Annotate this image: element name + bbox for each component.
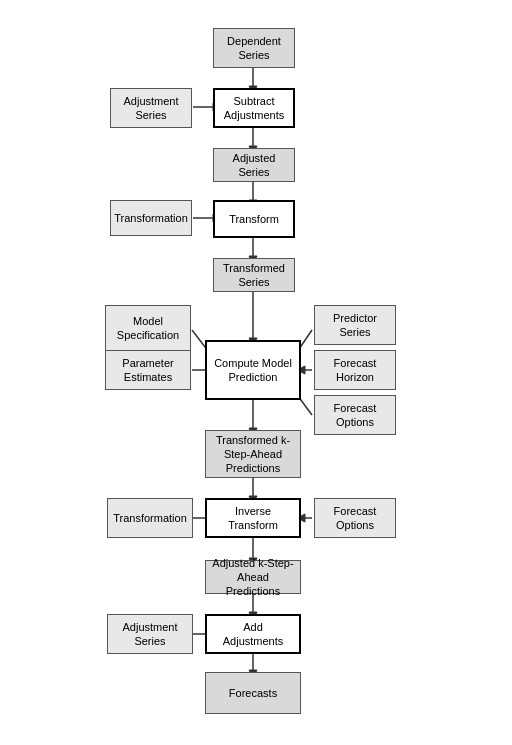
- adjustment-series-top-box: Adjustment Series: [110, 88, 192, 128]
- inverse-transform-box: Inverse Transform: [205, 498, 301, 538]
- adjusted-k-step-box: Adjusted k-Step-Ahead Predictions: [205, 560, 301, 594]
- adjustment-series-bottom-box: Adjustment Series: [107, 614, 193, 654]
- transformation-bottom-box: Transformation: [107, 498, 193, 538]
- subtract-adjustments-box: Subtract Adjustments: [213, 88, 295, 128]
- flowchart-diagram: Dependent Series Adjustment Series Subtr…: [0, 0, 512, 745]
- dependent-series-box: Dependent Series: [213, 28, 295, 68]
- forecasts-box: Forecasts: [205, 672, 301, 714]
- add-adjustments-box: Add Adjustments: [205, 614, 301, 654]
- transformed-k-step-box: Transformed k-Step-Ahead Predictions: [205, 430, 301, 478]
- parameter-estimates-box: Parameter Estimates: [105, 350, 191, 390]
- forecast-options-bottom-box: Forecast Options: [314, 498, 396, 538]
- model-specification-box: Model Specification: [105, 305, 191, 351]
- transformed-series-box: Transformed Series: [213, 258, 295, 292]
- predictor-series-box: Predictor Series: [314, 305, 396, 345]
- forecast-horizon-box: Forecast Horizon: [314, 350, 396, 390]
- adjusted-series-box: Adjusted Series: [213, 148, 295, 182]
- forecast-options-top-box: Forecast Options: [314, 395, 396, 435]
- transform-box: Transform: [213, 200, 295, 238]
- transformation-top-box: Transformation: [110, 200, 192, 236]
- compute-model-prediction-box: Compute Model Prediction: [205, 340, 301, 400]
